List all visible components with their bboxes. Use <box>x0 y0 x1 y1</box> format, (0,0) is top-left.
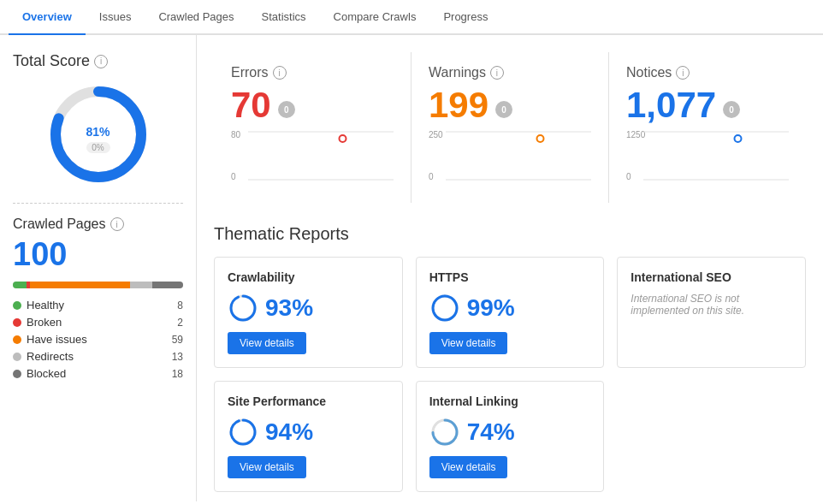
report-title: HTTPS <box>429 270 591 284</box>
legend-item: Have issues 59 <box>13 333 183 346</box>
view-details-button[interactable]: View details <box>429 332 508 354</box>
tab-statistics[interactable]: Statistics <box>248 0 320 35</box>
legend-count: 18 <box>172 368 183 380</box>
tab-compare-crawls[interactable]: Compare Crawls <box>320 0 430 35</box>
metric-label-text: Errors <box>231 65 269 80</box>
report-percent-value: 93% <box>265 294 313 322</box>
tab-overview[interactable]: Overview <box>9 0 86 35</box>
report-percent: 99% <box>429 293 591 323</box>
report-percent-value: 74% <box>467 418 515 446</box>
score-sub: 0% <box>86 142 110 153</box>
metric-badge: 0 <box>723 101 740 118</box>
spark-min-label: 0 <box>626 172 631 181</box>
legend-count: 59 <box>172 334 183 346</box>
legend-dot <box>13 335 21 344</box>
total-score-label: Total Score <box>13 52 90 70</box>
tab-bar: Overview Issues Crawled Pages Statistics… <box>0 0 823 35</box>
report-percent: 93% <box>228 293 389 323</box>
mini-donut-svg <box>228 417 258 448</box>
mini-donut <box>429 417 460 448</box>
crawled-count: 100 <box>13 236 183 273</box>
mini-donut-svg <box>429 293 460 323</box>
report-card-https: HTTPS 99% View details <box>416 257 605 368</box>
metric-value: 1,077 0 <box>626 85 789 126</box>
tab-progress[interactable]: Progress <box>429 0 501 35</box>
crawled-pages-info-icon[interactable]: i <box>110 217 124 231</box>
metric-value: 199 0 <box>429 85 591 126</box>
right-panel: Errors i 70 0 80 0 Warnings i 199 <box>197 35 823 501</box>
sparkline: 250 0 <box>429 130 591 190</box>
score-value: 81 <box>86 125 99 139</box>
spark-svg <box>446 130 591 181</box>
metric-label: Notices i <box>626 65 789 80</box>
report-card-international-seo: International SEO International SEO is n… <box>617 257 806 368</box>
view-details-button[interactable]: View details <box>228 456 306 478</box>
legend-label: Blocked <box>27 367 66 380</box>
spark-svg <box>643 130 789 181</box>
spark-dot <box>537 135 544 142</box>
donut-percent: 81% <box>86 116 110 142</box>
report-title: Crawlability <box>228 270 389 284</box>
legend-count: 13 <box>172 351 183 363</box>
report-percent: 74% <box>429 417 591 448</box>
legend-label: Healthy <box>27 299 64 311</box>
metric-label-text: Notices <box>626 65 672 80</box>
metric-box-errors: Errors i 70 0 80 0 <box>214 52 412 203</box>
report-title: Internal Linking <box>429 394 591 408</box>
report-percent-value: 94% <box>265 418 313 446</box>
tab-issues[interactable]: Issues <box>86 0 145 35</box>
metric-badge: 0 <box>278 101 295 118</box>
svg-point-11 <box>433 296 457 320</box>
metric-number: 1,077 <box>626 85 716 126</box>
legend-dot <box>13 318 21 327</box>
report-card-site-performance: Site Performance 94% View details <box>214 381 403 492</box>
spark-svg <box>248 130 394 181</box>
metric-info-icon[interactable]: i <box>490 66 504 80</box>
metric-info-icon[interactable]: i <box>676 66 690 80</box>
report-title: Site Performance <box>228 394 389 408</box>
panel-divider <box>13 203 183 204</box>
spark-min-label: 0 <box>429 172 434 181</box>
legend-left: Healthy <box>13 299 64 311</box>
legend-dot <box>13 301 21 310</box>
metric-info-icon[interactable]: i <box>273 66 287 80</box>
legend-left: Blocked <box>13 367 66 380</box>
mini-donut <box>228 417 258 448</box>
spark-max-label: 1250 <box>626 130 645 139</box>
mini-donut-svg <box>429 417 460 448</box>
total-score-heading: Total Score i <box>13 52 183 70</box>
donut-center: 81% 0% <box>86 116 110 153</box>
legend-list: Healthy 8 Broken 2 Have issues 59 Redire… <box>13 299 183 380</box>
metric-label: Warnings i <box>429 65 591 80</box>
legend-dot <box>13 370 21 378</box>
crawled-pages-heading: Crawled Pages i <box>13 216 183 232</box>
metric-label: Errors i <box>231 65 394 80</box>
svg-point-9 <box>231 296 255 320</box>
reports-grid: Crawlability 93% View details HTTPS <box>214 257 806 492</box>
metric-number: 70 <box>231 85 271 126</box>
spark-dot <box>340 135 346 142</box>
report-card-crawlability: Crawlability 93% View details <box>214 257 403 368</box>
main-layout: Total Score i 81% 0% <box>0 35 823 501</box>
score-symbol: % <box>99 125 110 139</box>
legend-label: Broken <box>27 316 62 329</box>
legend-count: 2 <box>177 317 183 329</box>
thematic-title: Thematic Reports <box>214 224 806 244</box>
metric-number: 199 <box>429 85 488 126</box>
report-note: International SEO is not implemented on … <box>631 293 792 317</box>
view-details-button[interactable]: View details <box>228 332 306 354</box>
legend-item: Healthy 8 <box>13 299 183 311</box>
svg-point-13 <box>231 420 255 444</box>
spark-max-label: 250 <box>429 130 443 139</box>
sparkline: 1250 0 <box>626 130 789 190</box>
legend-left: Redirects <box>13 350 74 363</box>
tab-crawled-pages[interactable]: Crawled Pages <box>145 0 247 35</box>
legend-item: Blocked 18 <box>13 367 183 380</box>
sparkline: 80 0 <box>231 130 394 190</box>
legend-count: 8 <box>177 299 183 311</box>
mini-donut-svg <box>228 293 258 323</box>
legend-item: Broken 2 <box>13 316 183 329</box>
total-score-info-icon[interactable]: i <box>94 55 108 68</box>
view-details-button[interactable]: View details <box>429 456 508 478</box>
donut-chart: 81% 0% <box>47 83 150 186</box>
